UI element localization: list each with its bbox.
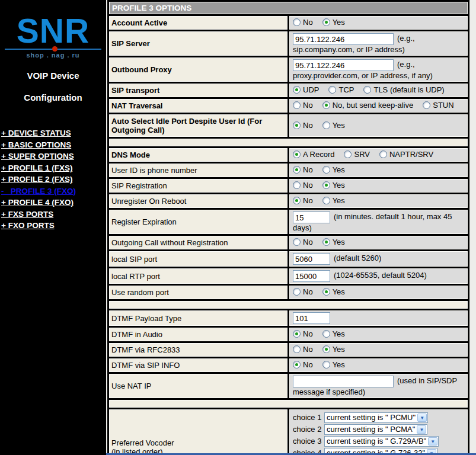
radio-button-icon[interactable]	[328, 86, 336, 94]
use-nat-ip-input[interactable]	[293, 376, 394, 387]
radio-button-icon[interactable]	[293, 238, 301, 246]
register-expiration-input[interactable]	[293, 212, 330, 223]
sip-registration-option-0[interactable]: No	[293, 181, 313, 190]
radio-button-icon[interactable]	[344, 150, 352, 158]
sip-transport-option-1[interactable]: TCP	[328, 85, 354, 94]
table-row: DTMF via RFC2833NoYes	[109, 343, 468, 357]
dns-mode-option-0[interactable]: A Record	[293, 150, 334, 159]
table-header-row: PROFILE 3 OPTIONS	[109, 2, 468, 14]
row-label-nat-traversal: NAT Traversal	[109, 99, 287, 113]
account-active-option-0[interactable]: No	[293, 18, 313, 27]
local-sip-port-input[interactable]	[293, 253, 330, 265]
radio-button-icon[interactable]	[293, 86, 301, 94]
radio-button-icon[interactable]	[293, 181, 301, 189]
dns-mode-option-1[interactable]: SRV	[344, 150, 370, 159]
sidebar-item-profile-4-fxo[interactable]: + PROFILE 4 (FXO)	[1, 198, 106, 207]
radio-button-icon[interactable]	[293, 288, 301, 296]
logo-subtitle: shop . nag . ru	[0, 52, 106, 59]
radio-button-icon[interactable]	[363, 86, 371, 94]
radio-button-icon[interactable]	[293, 330, 301, 338]
radio-option-label: No	[303, 18, 313, 27]
preferred-vocoder-select-1[interactable]: current setting is " PCMU"▼	[324, 412, 428, 423]
radio-option-label: TLS (default is UDP)	[373, 85, 444, 94]
row-label-use-nat-ip: Use NAT IP	[109, 374, 287, 398]
outbound-proxy-input[interactable]	[293, 59, 394, 71]
dtmf-via-sip-info-option-1[interactable]: Yes	[322, 360, 345, 369]
nat-traversal-option-2[interactable]: STUN	[423, 101, 453, 110]
chevron-down-icon[interactable]: ▼	[428, 437, 437, 446]
unregister-on-reboot-option-1[interactable]: Yes	[322, 196, 345, 205]
radio-button-icon[interactable]	[293, 166, 301, 174]
row-label-text: DNS Mode	[111, 150, 150, 159]
sip-transport-option-2[interactable]: TLS (default is UDP)	[363, 85, 444, 94]
radio-button-icon[interactable]	[322, 166, 330, 174]
user-id-is-phone-number-option-0[interactable]: No	[293, 165, 313, 174]
preferred-vocoder-select-2[interactable]: current setting is " PCMA"▼	[324, 424, 427, 435]
outgoing-call-without-registration-option-1[interactable]: Yes	[322, 238, 345, 246]
radio-button-icon[interactable]	[423, 101, 430, 109]
dns-mode-option-2[interactable]: NAPTR/SRV	[379, 150, 433, 159]
radio-option-label: UDP	[303, 85, 319, 94]
outgoing-call-without-registration-option-0[interactable]: No	[293, 238, 313, 246]
nat-traversal-option-0[interactable]: No	[293, 101, 313, 110]
sidebar-item-profile-3-fxo[interactable]: - PROFILE 3 (FXO)	[1, 187, 106, 196]
radio-button-icon[interactable]	[322, 121, 330, 129]
radio-button-icon[interactable]	[322, 361, 330, 369]
radio-button-icon[interactable]	[322, 330, 330, 338]
radio-button-icon[interactable]	[293, 197, 301, 204]
radio-button-icon[interactable]	[293, 101, 301, 109]
sidebar-item-profile-2-fxs[interactable]: + PROFILE 2 (FXS)	[1, 175, 106, 184]
dtmf-in-audio-option-1[interactable]: Yes	[322, 329, 345, 338]
unregister-on-reboot-option-0[interactable]: No	[293, 196, 313, 205]
nat-traversal-option-1[interactable]: No, but send keep-alive	[322, 101, 414, 110]
radio-button-icon[interactable]	[322, 288, 330, 296]
radio-button-icon[interactable]	[379, 150, 387, 158]
sidebar-item-device-status[interactable]: + DEVICE STATUS	[1, 129, 106, 138]
radio-button-icon[interactable]	[322, 101, 330, 109]
radio-button-icon[interactable]	[293, 361, 301, 369]
row-label-text: Outgoing Call without Registration	[111, 238, 228, 247]
page-title: PROFILE 3 OPTIONS	[109, 2, 468, 14]
preferred-vocoder-select-3[interactable]: current setting is " G.729A/B"▼	[324, 436, 439, 447]
sidebar-item-fxo-ports[interactable]: + FXO PORTS	[1, 221, 106, 230]
sip-server-input[interactable]	[293, 33, 394, 45]
sip-transport-option-0[interactable]: UDP	[293, 85, 319, 94]
chevron-down-icon[interactable]: ▼	[417, 425, 426, 434]
chevron-down-icon[interactable]: ▼	[417, 414, 427, 422]
sidebar-item-super-options[interactable]: + SUPER OPTIONS	[1, 152, 106, 161]
radio-button-icon[interactable]	[322, 238, 330, 246]
dtmf-via-sip-info-option-0[interactable]: No	[293, 360, 313, 369]
sip-registration-option-1[interactable]: Yes	[322, 181, 345, 190]
row-label-dtmf-in-audio: DTMF in Audio	[109, 328, 287, 341]
dtmf-payload-type-input[interactable]	[293, 312, 330, 324]
separator-3	[109, 400, 468, 408]
row-value-use-nat-ip: (used in SIP/SDP message if specified)	[289, 374, 468, 398]
radio-button-icon[interactable]	[322, 18, 330, 26]
sidebar-item-basic-options[interactable]: + BASIC OPTIONS	[1, 140, 106, 150]
main-panel: PROFILE 3 OPTIONS Account ActiveNoYesSIP…	[106, 0, 476, 455]
local-sip-port-hint: (default 5260)	[334, 254, 381, 262]
sidebar-item-profile-1-fxs[interactable]: + PROFILE 1 (FXS)	[1, 164, 106, 173]
local-rtp-port-input[interactable]	[293, 270, 330, 282]
dtmf-via-rfc2833-option-0[interactable]: No	[293, 345, 313, 354]
use-random-port-option-1[interactable]: Yes	[322, 287, 345, 296]
radio-option-label: Yes	[333, 238, 345, 246]
radio-button-icon[interactable]	[322, 197, 330, 204]
radio-button-icon[interactable]	[322, 181, 330, 189]
use-random-port-option-0[interactable]: No	[293, 287, 313, 296]
sidebar-item-fxs-ports[interactable]: + FXS PORTS	[1, 210, 106, 219]
radio-button-icon[interactable]	[293, 121, 301, 129]
dtmf-via-rfc2833-option-1[interactable]: Yes	[322, 345, 345, 354]
radio-button-icon[interactable]	[293, 345, 301, 353]
account-active-option-1[interactable]: Yes	[322, 18, 345, 27]
dtmf-in-audio-option-0[interactable]: No	[293, 329, 313, 338]
row-value-auto-select-idle-port: NoYes	[289, 114, 468, 137]
auto-select-idle-port-option-1[interactable]: Yes	[322, 121, 345, 130]
radio-button-icon[interactable]	[293, 150, 301, 158]
logo-rule	[5, 49, 101, 50]
user-id-is-phone-number-option-1[interactable]: Yes	[322, 165, 345, 174]
auto-select-idle-port-option-0[interactable]: No	[293, 121, 313, 130]
radio-option-label: Yes	[333, 18, 345, 27]
radio-button-icon[interactable]	[293, 18, 301, 26]
radio-button-icon[interactable]	[322, 345, 330, 353]
